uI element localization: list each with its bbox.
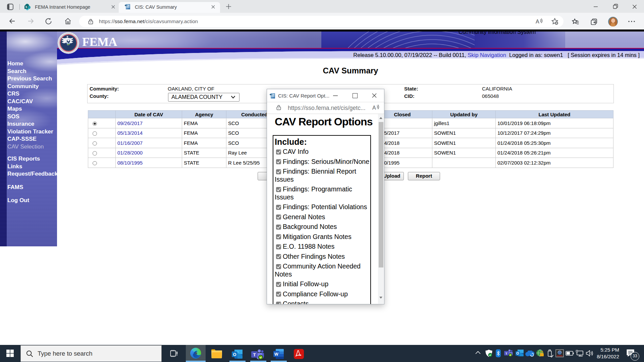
svg-text:A: A (372, 105, 376, 111)
svg-text:O: O (517, 352, 519, 355)
svg-text:W: W (274, 352, 278, 357)
svg-text:T: T (253, 352, 256, 357)
svg-text:O: O (233, 352, 236, 357)
svg-text:A: A (536, 19, 539, 24)
svg-text:T: T (505, 352, 507, 355)
svg-text:S: S (25, 5, 28, 9)
